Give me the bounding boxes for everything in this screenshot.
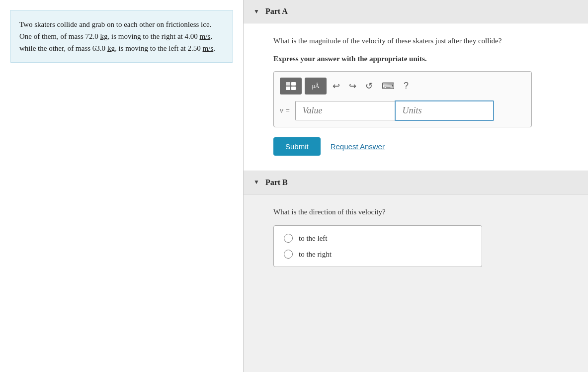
option-left-label: to the left bbox=[299, 234, 327, 243]
redo-button[interactable]: ↪ bbox=[346, 79, 359, 93]
direction-options-box: to the left to the right bbox=[273, 225, 482, 267]
svg-rect-0 bbox=[286, 82, 290, 86]
redo-icon: ↪ bbox=[349, 81, 356, 92]
option-left[interactable]: to the left bbox=[284, 234, 472, 243]
part-b-chevron-icon: ▼ bbox=[253, 179, 259, 186]
speed1-unit: m/s bbox=[199, 32, 210, 40]
units-input[interactable] bbox=[395, 100, 494, 121]
problem-statement: Two skaters collide and grab on to each … bbox=[10, 10, 233, 63]
problem-text: Two skaters collide and grab on to each … bbox=[19, 20, 215, 52]
unit-button[interactable]: μÅ bbox=[305, 78, 327, 94]
undo-icon: ↩ bbox=[333, 81, 340, 92]
part-b-content: What is the direction of this velocity? … bbox=[244, 194, 588, 282]
grid-icon bbox=[285, 81, 297, 91]
toolbar: μÅ ↩ ↪ ↺ ⌨ bbox=[280, 78, 525, 94]
svg-rect-1 bbox=[291, 82, 296, 86]
value-units-row: v = bbox=[280, 100, 525, 121]
help-button[interactable]: ? bbox=[401, 79, 412, 93]
mass1-unit: kg bbox=[100, 32, 107, 40]
request-answer-button[interactable]: Request Answer bbox=[331, 142, 385, 151]
answer-input-box: μÅ ↩ ↪ ↺ ⌨ bbox=[273, 71, 532, 127]
right-panel: ▼ Part A What is the magnitude of the ve… bbox=[244, 0, 588, 372]
part-a-chevron-icon: ▼ bbox=[253, 8, 259, 15]
submit-button[interactable]: Submit bbox=[273, 137, 321, 156]
speed2-unit: m/s bbox=[203, 44, 214, 52]
help-icon: ? bbox=[404, 81, 409, 91]
part-a-question: What is the magnitude of the velocity of… bbox=[273, 35, 568, 47]
svg-rect-2 bbox=[286, 87, 290, 90]
reset-icon: ↺ bbox=[365, 81, 373, 92]
variable-label: v = bbox=[280, 106, 290, 115]
part-b-question: What is the direction of this velocity? bbox=[273, 206, 568, 218]
part-a-header[interactable]: ▼ Part A bbox=[244, 0, 588, 23]
radio-right[interactable] bbox=[284, 250, 293, 259]
value-input[interactable] bbox=[295, 101, 395, 120]
part-b-header[interactable]: ▼ Part B bbox=[244, 171, 588, 194]
part-b-section: ▼ Part B What is the direction of this v… bbox=[244, 171, 588, 372]
reset-button[interactable]: ↺ bbox=[362, 79, 376, 93]
keyboard-icon: ⌨ bbox=[382, 81, 395, 92]
part-b-title: Part B bbox=[265, 178, 288, 187]
part-a-title: Part A bbox=[265, 7, 288, 16]
left-panel: Two skaters collide and grab on to each … bbox=[0, 0, 244, 372]
svg-rect-3 bbox=[291, 87, 296, 90]
mass2-unit: kg bbox=[107, 44, 115, 52]
part-a-content: What is the magnitude of the velocity of… bbox=[244, 23, 588, 171]
template-button[interactable] bbox=[280, 78, 302, 94]
option-right-label: to the right bbox=[299, 250, 332, 259]
unit-icon: μÅ bbox=[312, 83, 319, 89]
part-a-section: ▼ Part A What is the magnitude of the ve… bbox=[244, 0, 588, 171]
action-row: Submit Request Answer bbox=[273, 137, 568, 156]
keyboard-button[interactable]: ⌨ bbox=[379, 79, 398, 93]
radio-left[interactable] bbox=[284, 234, 293, 243]
option-right[interactable]: to the right bbox=[284, 250, 472, 259]
part-a-instruction: Express your answer with the appropriate… bbox=[273, 55, 568, 63]
undo-button[interactable]: ↩ bbox=[330, 79, 343, 93]
